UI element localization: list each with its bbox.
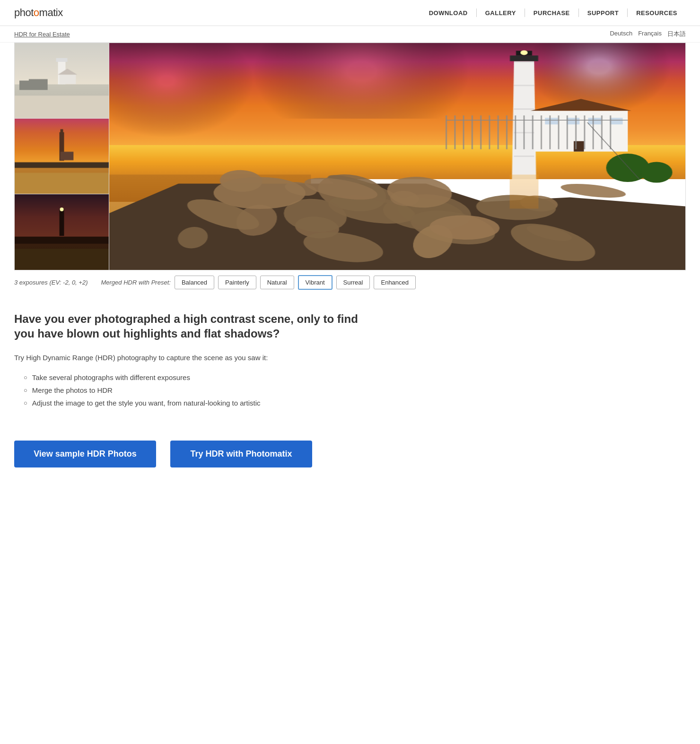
lang-francais[interactable]: Français <box>638 30 662 38</box>
sub-navigation: HDR for Real Estate Deutsch Français 日本語 <box>0 26 700 43</box>
site-header: photomatix DOWNLOAD GALLERY PURCHASE SUP… <box>0 0 700 26</box>
language-links: Deutsch Français 日本語 <box>610 30 686 38</box>
main-image-canvas <box>109 43 685 270</box>
main-nav: DOWNLOAD GALLERY PURCHASE SUPPORT RESOUR… <box>420 9 686 17</box>
thumbnail-canvas-2 <box>15 119 109 194</box>
content-section: Have you ever photographed a high contra… <box>0 293 378 426</box>
exposures-label: 3 exposures (EV: -2, 0, +2) <box>14 279 88 286</box>
thumbnail-1[interactable] <box>15 43 109 119</box>
nav-gallery[interactable]: GALLERY <box>477 9 525 17</box>
bullet-item-1: Take several photographs with different … <box>24 371 364 384</box>
preset-painterly[interactable]: Painterly <box>218 276 256 289</box>
try-hdr-button[interactable]: Try HDR with Photomatix <box>170 441 312 467</box>
preset-balanced[interactable]: Balanced <box>175 276 214 289</box>
thumbnails-column <box>15 43 109 270</box>
intro-text: Try High Dynamic Range (HDR) photography… <box>14 352 364 363</box>
nav-download[interactable]: DOWNLOAD <box>420 9 476 17</box>
sub-nav-left: HDR for Real Estate <box>14 30 70 38</box>
thumbnail-canvas-1 <box>15 43 109 118</box>
nav-resources[interactable]: RESOURCES <box>628 9 686 17</box>
bullet-list: Take several photographs with different … <box>14 371 364 409</box>
gallery-section: 3 exposures (EV: -2, 0, +2) Merged HDR w… <box>0 43 700 293</box>
gallery-container <box>14 43 686 270</box>
nav-support[interactable]: SUPPORT <box>579 9 627 17</box>
bullet-item-3: Adjust the image to get the style you wa… <box>24 397 364 409</box>
preset-enhanced[interactable]: Enhanced <box>374 276 416 289</box>
hdr-real-estate-link[interactable]: HDR for Real Estate <box>14 31 70 38</box>
cta-section: View sample HDR Photos Try HDR with Phot… <box>0 426 700 486</box>
thumbnail-3[interactable] <box>15 194 109 270</box>
main-image-container <box>109 43 685 270</box>
lang-japanese[interactable]: 日本語 <box>667 30 686 38</box>
preset-surreal[interactable]: Surreal <box>336 276 370 289</box>
preset-controls: 3 exposures (EV: -2, 0, +2) Merged HDR w… <box>14 270 686 293</box>
merged-label: Merged HDR with Preset: <box>101 279 170 286</box>
thumbnail-canvas-3 <box>15 194 109 270</box>
logo[interactable]: photomatix <box>14 7 63 19</box>
preset-natural[interactable]: Natural <box>260 276 294 289</box>
view-samples-button[interactable]: View sample HDR Photos <box>14 441 156 467</box>
lang-deutsch[interactable]: Deutsch <box>610 30 632 38</box>
thumbnail-2[interactable] <box>15 119 109 194</box>
preset-vibrant[interactable]: Vibrant <box>298 275 332 290</box>
nav-purchase[interactable]: PURCHASE <box>525 9 578 17</box>
headline: Have you ever photographed a high contra… <box>14 311 364 341</box>
bullet-item-2: Merge the photos to HDR <box>24 384 364 397</box>
